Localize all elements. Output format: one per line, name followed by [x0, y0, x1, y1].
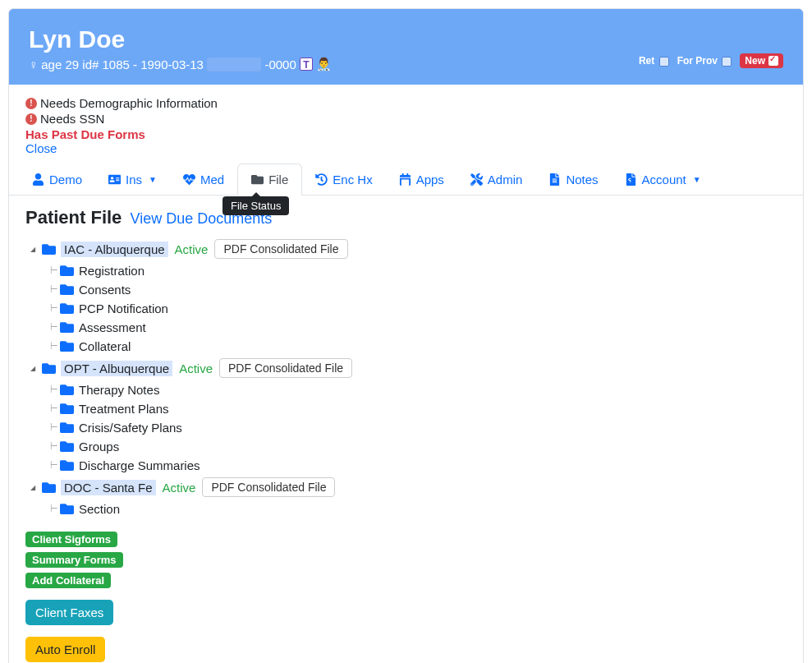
tab-account[interactable]: Account▼ [612, 163, 714, 195]
pdf-consolidated-button[interactable]: PDF Consolidated File [214, 239, 347, 259]
gender-icon: ♀ [29, 58, 38, 71]
tree-item[interactable]: ⊢PCP Notification [30, 299, 787, 318]
section-title: Patient File View Due Documents [25, 207, 787, 228]
folder-icon [60, 402, 74, 416]
tree-root-iac[interactable]: ◢ IAC - Albuquerque Active PDF Consolida… [30, 237, 787, 261]
tree-item[interactable]: ⊢Discharge Summaries [30, 456, 787, 475]
folder-icon [60, 320, 74, 334]
folder-icon [251, 173, 264, 186]
id-card-icon [108, 173, 121, 186]
tab-apps[interactable]: Apps [386, 163, 457, 195]
chevron-down-icon: ▼ [693, 175, 701, 184]
folder-icon [60, 264, 74, 278]
ret-checkbox[interactable] [659, 57, 669, 67]
close-link[interactable]: Close [25, 141, 787, 155]
summary-forms-button[interactable]: Summary Forms [25, 552, 123, 568]
auto-enroll-button[interactable]: Auto Enroll [25, 637, 105, 662]
t-icon[interactable]: T [300, 58, 313, 71]
person-icon[interactable]: 👨‍⚕️ [316, 57, 332, 71]
pdf-consolidated-button[interactable]: PDF Consolidated File [202, 477, 335, 497]
collapse-icon[interactable]: ◢ [30, 365, 42, 372]
tree-root-opt[interactable]: ◢ OPT - Albuquerque Active PDF Consolida… [30, 356, 787, 380]
file-status-tooltip: File Status [222, 196, 289, 215]
folder-icon [60, 421, 74, 435]
alert-ssn: !Needs SSN [25, 112, 787, 126]
tree-item[interactable]: ⊢Therapy Notes [30, 380, 787, 399]
client-sigforms-button[interactable]: Client Sigforms [25, 532, 117, 547]
pastdue-link[interactable]: Has Past Due Forms [25, 127, 787, 141]
tree-item[interactable]: ⊢Assessment [30, 318, 787, 337]
ret-label: Ret [639, 55, 669, 67]
collapse-icon[interactable]: ◢ [30, 246, 42, 253]
status-active: Active [179, 361, 213, 375]
meta-prefix: age 29 id# 1085 - 1990-03-13 [41, 58, 204, 71]
tree-root-doc[interactable]: ◢ DOC - Santa Fe Active PDF Consolidated… [30, 475, 787, 500]
tab-enchx[interactable]: Enc Hx [302, 163, 385, 195]
chevron-down-icon: ▼ [149, 175, 157, 184]
collapse-icon[interactable]: ◢ [30, 484, 42, 491]
header-right: Ret For Prov New [639, 53, 783, 71]
folder-icon [60, 339, 74, 353]
tree-item[interactable]: ⊢Treatment Plans [30, 399, 787, 418]
folder-icon [42, 242, 56, 256]
patient-card: Lyn Doe ♀ age 29 id# 1085 - 1990-03-13 x… [8, 8, 804, 663]
folder-icon [42, 361, 56, 375]
invoice-icon [625, 173, 637, 186]
tab-notes[interactable]: Notes [535, 163, 611, 195]
tabs: Demo Ins▼ Med File Enc Hx Apps Admin Not… [9, 163, 803, 196]
alert-demo: !Needs Demographic Information [25, 96, 787, 110]
folder-icon [60, 440, 74, 454]
tree-item[interactable]: ⊢Collateral [30, 337, 787, 356]
history-icon [315, 173, 328, 186]
tree-item[interactable]: ⊢Section [30, 500, 787, 518]
ssn-redacted: xxx-xx [207, 58, 262, 71]
calendar-icon [399, 173, 411, 186]
file-tree: ◢ IAC - Albuquerque Active PDF Consolida… [30, 237, 787, 518]
alert-icon: ! [25, 98, 37, 109]
patient-header: Lyn Doe ♀ age 29 id# 1085 - 1990-03-13 x… [9, 9, 803, 85]
meta-suffix: -0000 [264, 58, 296, 71]
status-active: Active [163, 481, 196, 495]
tree-item[interactable]: ⊢Consents [30, 280, 787, 299]
folder-icon [42, 481, 56, 495]
folder-icon [60, 283, 74, 297]
forprov-label: For Prov [677, 55, 732, 67]
header-left: Lyn Doe ♀ age 29 id# 1085 - 1990-03-13 x… [29, 25, 332, 71]
tree-item[interactable]: ⊢Crisis/Safety Plans [30, 418, 787, 437]
add-collateral-button[interactable]: Add Collateral [25, 573, 111, 588]
patient-meta: ♀ age 29 id# 1085 - 1990-03-13 xxx-xx -0… [29, 57, 332, 71]
folder-icon [60, 302, 74, 315]
tree-item[interactable]: ⊢Groups [30, 437, 787, 456]
tree-item[interactable]: ⊢Registration [30, 261, 787, 280]
tab-med[interactable]: Med [170, 163, 237, 195]
alert-icon: ! [25, 113, 37, 125]
patient-name: Lyn Doe [29, 25, 332, 53]
forprov-checkbox[interactable] [722, 57, 732, 67]
heartbeat-icon [183, 173, 195, 186]
tab-file[interactable]: File [237, 163, 302, 196]
new-badge[interactable]: New [740, 53, 783, 68]
folder-icon [60, 458, 74, 472]
folder-icon [60, 383, 74, 397]
folder-icon [60, 502, 74, 516]
tools-icon [470, 173, 483, 186]
client-faxes-button[interactable]: Client Faxes [25, 600, 113, 625]
file-icon [548, 173, 561, 186]
card-body: !Needs Demographic Information !Needs SS… [9, 85, 803, 663]
pdf-consolidated-button[interactable]: PDF Consolidated File [219, 358, 352, 378]
tab-ins[interactable]: Ins▼ [95, 163, 170, 195]
user-icon [32, 173, 44, 186]
status-active: Active [175, 242, 209, 256]
alerts: !Needs Demographic Information !Needs SS… [25, 96, 787, 155]
tab-admin[interactable]: Admin [457, 163, 536, 195]
tab-demo[interactable]: Demo [19, 163, 95, 195]
